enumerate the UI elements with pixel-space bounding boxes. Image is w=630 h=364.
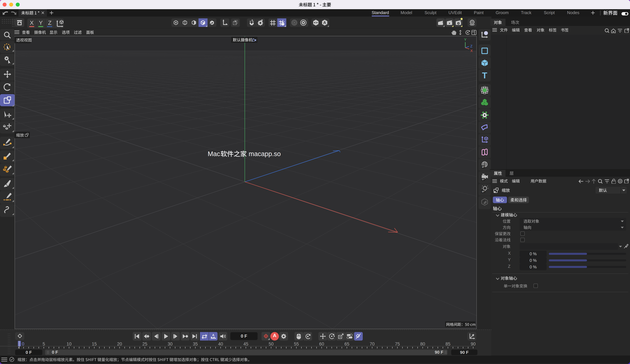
- svg-text:X: X: [470, 49, 473, 53]
- svg-text:A: A: [212, 334, 214, 337]
- svg-text:ST: ST: [482, 178, 485, 181]
- svg-text:ST: ST: [482, 166, 485, 168]
- svg-text:ST: ST: [482, 190, 485, 193]
- svg-text:A: A: [323, 20, 326, 25]
- svg-text:Y: Y: [464, 37, 466, 42]
- svg-text:Z: Z: [470, 44, 472, 48]
